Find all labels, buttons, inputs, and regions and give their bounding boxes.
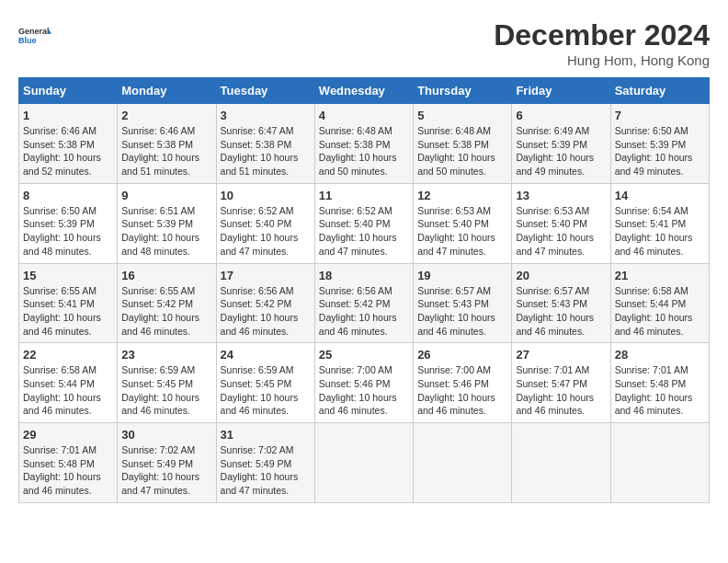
day-detail: Sunrise: 6:59 AMSunset: 5:45 PMDaylight:… (221, 363, 311, 418)
day-number: 14 (615, 189, 705, 202)
calendar-cell: 20Sunrise: 6:57 AMSunset: 5:43 PMDayligh… (512, 263, 610, 343)
calendar-week-row: 8Sunrise: 6:50 AMSunset: 5:39 PMDaylight… (19, 183, 710, 263)
day-number: 22 (23, 348, 113, 362)
day-number: 19 (417, 269, 507, 282)
day-detail: Sunrise: 6:50 AMSunset: 5:39 PMDaylight:… (23, 204, 113, 259)
day-number: 27 (516, 348, 606, 362)
svg-text:General: General (18, 27, 50, 36)
header-saturday: Saturday (610, 78, 709, 104)
day-detail: Sunrise: 7:02 AMSunset: 5:49 PMDaylight:… (121, 443, 211, 498)
calendar-cell: 11Sunrise: 6:52 AMSunset: 5:40 PMDayligh… (314, 183, 413, 263)
calendar-cell (610, 423, 709, 503)
day-number: 11 (319, 189, 409, 202)
day-number: 12 (417, 189, 507, 202)
day-detail: Sunrise: 6:50 AMSunset: 5:39 PMDaylight:… (615, 124, 705, 178)
day-detail: Sunrise: 6:57 AMSunset: 5:43 PMDaylight:… (417, 284, 507, 339)
day-number: 6 (516, 109, 606, 122)
day-number: 10 (221, 189, 311, 202)
header-sunday: Sunday (19, 78, 118, 104)
day-detail: Sunrise: 6:54 AMSunset: 5:41 PMDaylight:… (615, 204, 705, 259)
calendar-cell: 30Sunrise: 7:02 AMSunset: 5:49 PMDayligh… (118, 423, 216, 503)
header-tuesday: Tuesday (216, 78, 314, 104)
day-number: 20 (516, 269, 606, 282)
day-detail: Sunrise: 6:49 AMSunset: 5:39 PMDaylight:… (516, 124, 606, 178)
calendar-cell: 15Sunrise: 6:55 AMSunset: 5:41 PMDayligh… (19, 263, 118, 343)
day-number: 13 (516, 189, 606, 202)
day-number: 2 (121, 109, 211, 122)
day-detail: Sunrise: 6:56 AMSunset: 5:42 PMDaylight:… (221, 284, 311, 339)
calendar-cell: 28Sunrise: 7:01 AMSunset: 5:48 PMDayligh… (610, 343, 709, 423)
logo: General Blue (18, 18, 51, 52)
calendar-cell (314, 423, 413, 503)
day-number: 17 (221, 269, 311, 282)
logo-svg: General Blue (18, 18, 51, 52)
svg-text:Blue: Blue (18, 36, 37, 45)
day-detail: Sunrise: 6:57 AMSunset: 5:43 PMDaylight:… (516, 284, 606, 339)
day-detail: Sunrise: 7:02 AMSunset: 5:49 PMDaylight:… (221, 443, 311, 498)
calendar-week-row: 22Sunrise: 6:58 AMSunset: 5:44 PMDayligh… (19, 343, 710, 423)
day-number: 15 (23, 269, 113, 282)
day-detail: Sunrise: 7:01 AMSunset: 5:48 PMDaylight:… (615, 363, 705, 418)
calendar-cell: 18Sunrise: 6:56 AMSunset: 5:42 PMDayligh… (314, 263, 413, 343)
calendar-cell: 3Sunrise: 6:47 AMSunset: 5:38 PMDaylight… (216, 104, 314, 184)
day-number: 1 (23, 109, 113, 122)
day-number: 21 (615, 269, 705, 282)
calendar-cell (512, 423, 610, 503)
calendar-cell: 4Sunrise: 6:48 AMSunset: 5:38 PMDaylight… (314, 104, 413, 184)
day-detail: Sunrise: 7:00 AMSunset: 5:46 PMDaylight:… (417, 363, 507, 418)
calendar-cell: 29Sunrise: 7:01 AMSunset: 5:48 PMDayligh… (19, 423, 118, 503)
calendar-week-row: 15Sunrise: 6:55 AMSunset: 5:41 PMDayligh… (19, 263, 710, 343)
calendar-cell: 5Sunrise: 6:48 AMSunset: 5:38 PMDaylight… (414, 104, 512, 184)
calendar-cell: 25Sunrise: 7:00 AMSunset: 5:46 PMDayligh… (314, 343, 413, 423)
day-number: 26 (417, 348, 507, 362)
calendar-cell: 13Sunrise: 6:53 AMSunset: 5:40 PMDayligh… (512, 183, 610, 263)
calendar-cell: 23Sunrise: 6:59 AMSunset: 5:45 PMDayligh… (118, 343, 216, 423)
calendar-cell: 16Sunrise: 6:55 AMSunset: 5:42 PMDayligh… (118, 263, 216, 343)
day-number: 8 (23, 189, 113, 202)
calendar-cell: 17Sunrise: 6:56 AMSunset: 5:42 PMDayligh… (216, 263, 314, 343)
calendar-cell: 9Sunrise: 6:51 AMSunset: 5:39 PMDaylight… (118, 183, 216, 263)
day-number: 30 (121, 428, 211, 442)
day-detail: Sunrise: 6:48 AMSunset: 5:38 PMDaylight:… (319, 124, 409, 178)
day-detail: Sunrise: 6:48 AMSunset: 5:38 PMDaylight:… (417, 124, 507, 178)
day-detail: Sunrise: 6:52 AMSunset: 5:40 PMDaylight:… (221, 204, 311, 259)
day-detail: Sunrise: 6:59 AMSunset: 5:45 PMDaylight:… (121, 363, 211, 418)
calendar-cell: 2Sunrise: 6:46 AMSunset: 5:38 PMDaylight… (118, 104, 216, 184)
month-year-title: December 2024 (494, 18, 710, 52)
header-thursday: Thursday (414, 78, 512, 104)
day-number: 24 (221, 348, 311, 362)
day-number: 18 (319, 269, 409, 282)
day-number: 5 (417, 109, 507, 122)
day-number: 7 (615, 109, 705, 122)
calendar-cell: 21Sunrise: 6:58 AMSunset: 5:44 PMDayligh… (610, 263, 709, 343)
calendar-cell: 1Sunrise: 6:46 AMSunset: 5:38 PMDaylight… (19, 104, 118, 184)
day-detail: Sunrise: 6:56 AMSunset: 5:42 PMDaylight:… (319, 284, 409, 339)
title-block: December 2024 Hung Hom, Hong Kong (494, 18, 710, 68)
day-detail: Sunrise: 6:46 AMSunset: 5:38 PMDaylight:… (23, 124, 113, 178)
day-number: 9 (121, 189, 211, 202)
calendar-cell: 12Sunrise: 6:53 AMSunset: 5:40 PMDayligh… (414, 183, 512, 263)
calendar-cell: 6Sunrise: 6:49 AMSunset: 5:39 PMDaylight… (512, 104, 610, 184)
day-number: 4 (319, 109, 409, 122)
day-number: 29 (23, 428, 113, 442)
calendar-table: SundayMondayTuesdayWednesdayThursdayFrid… (18, 77, 710, 503)
calendar-cell: 7Sunrise: 6:50 AMSunset: 5:39 PMDaylight… (610, 104, 709, 184)
day-number: 31 (221, 428, 311, 442)
day-detail: Sunrise: 6:58 AMSunset: 5:44 PMDaylight:… (23, 363, 113, 418)
day-detail: Sunrise: 6:47 AMSunset: 5:38 PMDaylight:… (221, 124, 311, 178)
header-monday: Monday (118, 78, 216, 104)
calendar-cell (414, 423, 512, 503)
day-detail: Sunrise: 6:58 AMSunset: 5:44 PMDaylight:… (615, 284, 705, 339)
day-detail: Sunrise: 6:46 AMSunset: 5:38 PMDaylight:… (121, 124, 211, 178)
page-header: General Blue December 2024 Hung Hom, Hon… (18, 18, 710, 68)
weekday-header-row: SundayMondayTuesdayWednesdayThursdayFrid… (19, 78, 710, 104)
location-subtitle: Hung Hom, Hong Kong (494, 52, 710, 68)
day-number: 25 (319, 348, 409, 362)
day-detail: Sunrise: 7:01 AMSunset: 5:48 PMDaylight:… (23, 443, 113, 498)
day-detail: Sunrise: 6:55 AMSunset: 5:42 PMDaylight:… (121, 284, 211, 339)
day-number: 23 (121, 348, 211, 362)
calendar-cell: 24Sunrise: 6:59 AMSunset: 5:45 PMDayligh… (216, 343, 314, 423)
calendar-cell: 14Sunrise: 6:54 AMSunset: 5:41 PMDayligh… (610, 183, 709, 263)
calendar-cell: 19Sunrise: 6:57 AMSunset: 5:43 PMDayligh… (414, 263, 512, 343)
calendar-cell: 10Sunrise: 6:52 AMSunset: 5:40 PMDayligh… (216, 183, 314, 263)
